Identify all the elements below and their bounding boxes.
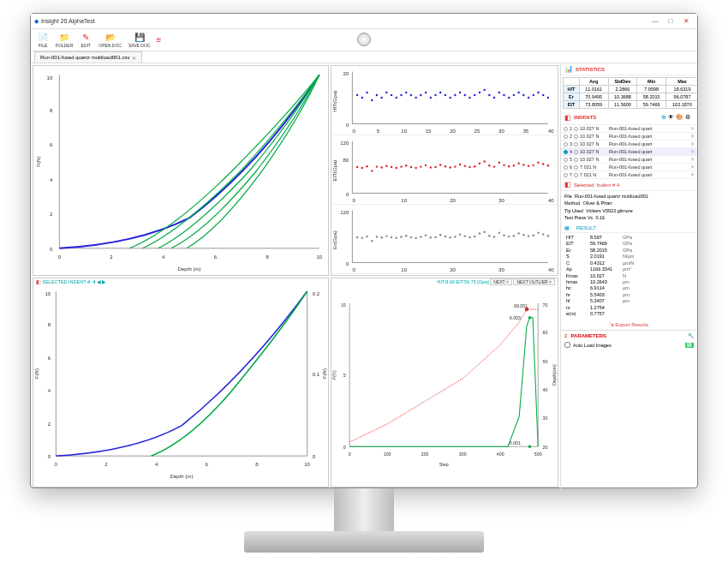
radio-icon[interactable] [564,135,568,139]
svg-point-79 [391,166,392,168]
row-close-icon[interactable]: ✕ [690,141,695,146]
indent-icon: ◧ [36,279,41,284]
svg-point-147 [468,236,470,238]
autoload-checkbox[interactable] [564,342,570,348]
config-icon[interactable]: ⚙ [685,114,690,121]
svg-text:15: 15 [426,128,432,134]
svg-point-146 [463,236,465,237]
svg-point-108 [532,164,534,166]
svg-point-72 [356,166,358,168]
svg-text:0.001: 0.001 [510,440,521,445]
close-button[interactable]: ✕ [678,17,694,25]
radio-icon[interactable] [564,142,568,146]
tab-document[interactable]: Run-001-fused quartz multiload001.csv ✕ [34,51,142,63]
row-close-icon[interactable]: ✕ [690,164,695,170]
svg-point-85 [420,166,421,168]
result-header: ▦ RESULT [561,223,697,233]
chart-selected-indent[interactable]: ◧ SELECTED INDENT #: 4 ◀ ▶ 0246810 00.10… [33,278,329,488]
radio-icon[interactable] [564,173,568,177]
radio-icon[interactable] [574,150,578,154]
radio-icon[interactable] [564,150,568,154]
row-close-icon[interactable]: ✕ [690,126,695,131]
menu-toggle-icon[interactable]: ≡ [156,35,161,45]
stats-icon: 📊 [564,65,573,73]
indent-row[interactable]: 77.021 NRun-001-fused quart✕ [561,171,697,179]
svg-text:9.003: 9.003 [510,315,521,320]
radio-icon[interactable] [574,158,578,162]
indent-row[interactable]: 67.021 NRun-001-fused quart✕ [561,164,697,171]
color-icon[interactable]: 🎨 [676,114,683,121]
save-icon: 💾 [134,33,146,43]
next-button[interactable]: NEXT > [490,278,512,285]
svg-point-125 [361,237,362,239]
chart-force-depth[interactable]: 0246810 0246810 Depth (m) F(N) [33,65,329,276]
indent-row[interactable]: 110.027 NRun-001-fused quart✕ [561,125,697,133]
svg-text:0: 0 [55,462,58,467]
svg-point-124 [356,236,358,238]
selected-info: File Run-001-fused quartz multiload001 M… [561,191,697,223]
maximize-button[interactable]: □ [663,17,678,25]
svg-point-102 [503,164,504,166]
svg-point-47 [503,94,504,96]
svg-point-81 [400,166,402,168]
svg-point-52 [528,97,529,99]
minimize-button[interactable]: — [647,17,663,25]
svg-point-142 [445,236,446,237]
titlebar: ◆ Insight 20 AlphaTest — □ ✕ [31,14,697,29]
svg-text:10: 10 [316,254,322,260]
opendoc-button[interactable]: 📂OPEN DOC [96,32,124,49]
savedoc-button[interactable]: 💾SAVE DOC [126,32,152,49]
radio-icon[interactable] [564,165,568,170]
export-results-button[interactable]: ⇲ Export Results [561,319,697,330]
radio-icon[interactable] [574,173,578,177]
svg-point-143 [449,236,451,238]
radio-icon[interactable] [574,127,578,131]
wrench-icon[interactable]: 🔧 [688,332,694,338]
row-close-icon[interactable]: ✕ [690,149,695,154]
indent-list[interactable]: 110.027 NRun-001-fused quart✕210.027 NRu… [561,125,697,179]
svg-point-56 [547,97,549,99]
svg-text:Step: Step [439,462,449,467]
indent-row[interactable]: 510.027 NRun-001-fused quart✕ [561,156,697,164]
indent-row[interactable]: 410.027 NRun-001-fused quart✕ [561,148,697,156]
svg-point-137 [420,236,421,238]
radio-icon[interactable] [564,158,568,162]
file-button[interactable]: 📄FILE [34,32,51,49]
parameters-bar[interactable]: ≡ PARAMETERS 🔧 [561,330,697,340]
tab-close-icon[interactable]: ✕ [132,55,136,61]
row-close-icon[interactable]: ✕ [690,157,695,162]
radio-icon[interactable] [574,135,578,139]
indent-row[interactable]: 210.027 NRun-001-fused quart✕ [561,133,697,141]
image-icon[interactable]: 🖼 [685,343,694,348]
chart-stats-triple[interactable]: HIT(Gpa)0200510152025303540Indent # EIT(… [331,65,558,276]
svg-point-107 [528,165,529,167]
svg-text:10: 10 [47,75,53,81]
document-tabs: Run-001-fused quartz multiload001.csv ✕ [31,51,697,63]
svg-point-105 [517,163,519,164]
indents-header[interactable]: ◧INDENTS ⊕ 👁 🎨 ⚙ [561,111,697,125]
svg-point-24 [391,94,392,96]
radio-icon[interactable] [564,127,568,131]
svg-point-110 [542,163,544,164]
row-close-icon[interactable]: ✕ [690,172,695,177]
chart-step[interactable]: HIT:8.60 EIT:59.75 [Gpa] NEXT > NEXT OUT… [331,278,558,488]
nav-arrows[interactable]: ◀ ▶ [97,279,107,284]
svg-text:0: 0 [58,254,62,260]
edit-button[interactable]: ✎EDIT [77,32,94,49]
svg-point-157 [517,233,519,235]
radio-icon[interactable] [574,165,578,170]
svg-point-162 [542,234,544,236]
row-close-icon[interactable]: ✕ [690,134,695,139]
svg-point-23 [385,92,387,93]
radio-icon[interactable] [574,142,578,146]
svg-text:0: 0 [346,191,349,197]
svg-text:6: 6 [206,462,209,467]
result-icon: ▦ [564,224,570,230]
add-icon[interactable]: ⊕ [661,114,666,121]
folder-button[interactable]: 📁FOLDER [53,32,75,49]
statistics-header[interactable]: 📊STATISTICS [561,63,697,75]
next-outlier-button[interactable]: NEXT OUTLIER > [513,278,555,285]
eye-icon[interactable]: 👁 [668,114,674,121]
indent-row[interactable]: 310.027 NRun-001-fused quart✕ [561,141,697,148]
monitor-stand-neck [334,488,394,535]
